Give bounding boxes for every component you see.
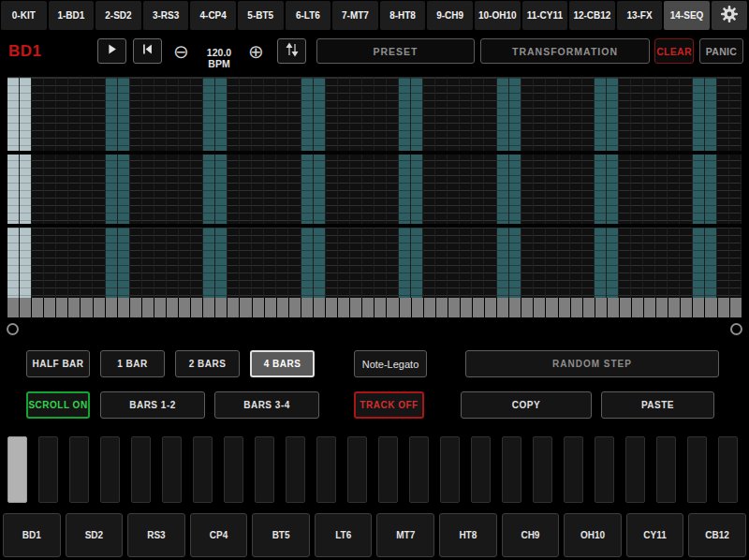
tab-2-sd2[interactable]: 2-SD2 — [95, 1, 141, 30]
pad-ht8[interactable]: HT8 — [439, 513, 497, 557]
grid-column-29[interactable] — [350, 78, 362, 298]
velocity-cell-15[interactable] — [179, 298, 190, 317]
track-off-button[interactable]: TRACK OFF — [354, 391, 424, 419]
step-fader-15[interactable] — [440, 436, 460, 503]
step-fader-3[interactable] — [69, 436, 89, 503]
velocity-cell-11[interactable] — [130, 298, 141, 317]
velocity-cell-25[interactable] — [301, 298, 313, 317]
velocity-cell-9[interactable] — [106, 298, 117, 317]
panic-button[interactable]: PANIC — [699, 38, 743, 64]
grid-column-2[interactable] — [20, 78, 32, 298]
grid-column-54[interactable] — [655, 78, 668, 298]
velocity-cell-7[interactable] — [81, 298, 92, 317]
grid-column-36[interactable] — [435, 78, 448, 298]
velocity-cell-54[interactable] — [656, 298, 668, 317]
grid-column-6[interactable] — [68, 78, 81, 298]
pad-cp4[interactable]: CP4 — [190, 513, 248, 557]
tab-12-cb12[interactable]: 12-CB12 — [569, 1, 615, 30]
transformation-button[interactable]: TRANSFORMATION — [480, 38, 650, 64]
grid-column-18[interactable] — [215, 78, 228, 298]
velocity-cell-20[interactable] — [240, 298, 251, 317]
step-fader-21[interactable] — [625, 436, 645, 503]
grid-column-47[interactable] — [570, 78, 582, 298]
grid-column-22[interactable] — [264, 78, 276, 298]
copy-button[interactable]: COPY — [461, 391, 592, 419]
velocity-cell-17[interactable] — [203, 298, 214, 317]
step-fader-17[interactable] — [502, 436, 521, 503]
velocity-cell-59[interactable] — [718, 298, 729, 317]
step-fader-2[interactable] — [38, 436, 58, 503]
grid-column-43[interactable] — [521, 78, 534, 298]
velocity-cell-8[interactable] — [94, 298, 105, 317]
velocity-cell-10[interactable] — [118, 298, 129, 317]
pad-cb12[interactable]: CB12 — [688, 513, 746, 557]
grid-column-5[interactable] — [56, 78, 68, 298]
grid-column-23[interactable] — [276, 78, 288, 298]
pad-lt6[interactable]: LT6 — [315, 513, 373, 557]
velocity-cell-46[interactable] — [559, 298, 570, 317]
note-legato-button[interactable]: Note-Legato — [354, 350, 427, 377]
step-fader-23[interactable] — [687, 436, 707, 503]
grid-column-45[interactable] — [546, 78, 558, 298]
grid-column-11[interactable] — [130, 78, 142, 298]
velocity-cell-49[interactable] — [595, 298, 607, 317]
pad-oh10[interactable]: OH10 — [564, 513, 622, 557]
velocity-cell-26[interactable] — [314, 298, 325, 317]
tab-8-ht8[interactable]: 8-HT8 — [380, 1, 426, 30]
grid-column-51[interactable] — [619, 78, 631, 298]
velocity-cell-32[interactable] — [387, 298, 398, 317]
step-fader-20[interactable] — [595, 436, 614, 503]
step-fader-24[interactable] — [718, 436, 738, 503]
grid-column-9[interactable] — [106, 78, 118, 298]
velocity-cell-23[interactable] — [277, 298, 288, 317]
paste-button[interactable]: PASTE — [601, 391, 714, 419]
pad-bt5[interactable]: BT5 — [252, 513, 310, 557]
grid-column-52[interactable] — [631, 78, 643, 298]
step-fader-13[interactable] — [378, 436, 398, 503]
four-bars-button[interactable]: 4 BARS — [250, 350, 315, 377]
velocity-cell-27[interactable] — [326, 298, 337, 317]
pad-rs3[interactable]: RS3 — [127, 513, 185, 557]
velocity-cell-41[interactable] — [497, 298, 508, 317]
velocity-cell-14[interactable] — [167, 298, 178, 317]
velocity-cell-36[interactable] — [436, 298, 448, 317]
grid-column-12[interactable] — [142, 78, 154, 298]
step-fader-4[interactable] — [100, 436, 120, 503]
tab-14-seq[interactable]: 14-SEQ — [664, 1, 710, 30]
half-bar-button[interactable]: HALF BAR — [26, 350, 90, 377]
tab-1-bd1[interactable]: 1-BD1 — [49, 1, 95, 30]
velocity-cell-37[interactable] — [448, 298, 460, 317]
grid-column-28[interactable] — [338, 78, 350, 298]
velocity-strip[interactable] — [7, 298, 742, 317]
velocity-cell-16[interactable] — [191, 298, 202, 317]
velocity-cell-22[interactable] — [265, 298, 276, 317]
step-fader-8[interactable] — [224, 436, 243, 503]
grid-column-46[interactable] — [558, 78, 570, 298]
tab-0-kit[interactable]: 0-KIT — [1, 1, 47, 30]
tab-4-cp4[interactable]: 4-CP4 — [190, 1, 236, 30]
skip-back-button[interactable] — [133, 38, 162, 64]
step-fader-12[interactable] — [347, 436, 367, 503]
step-fader-9[interactable] — [255, 436, 274, 503]
scroll-on-button[interactable]: SCROLL ON — [26, 391, 90, 419]
tab-7-mt7[interactable]: 7-MT7 — [332, 1, 378, 30]
step-fader-6[interactable] — [162, 436, 182, 503]
grid-column-59[interactable] — [717, 78, 729, 298]
preset-button[interactable]: PRESET — [316, 38, 475, 64]
velocity-cell-12[interactable] — [142, 298, 154, 317]
pad-mt7[interactable]: MT7 — [376, 513, 434, 557]
velocity-cell-45[interactable] — [546, 298, 557, 317]
grid-column-8[interactable] — [93, 78, 105, 298]
velocity-cell-58[interactable] — [705, 298, 716, 317]
play-button[interactable] — [97, 38, 126, 64]
pad-cy11[interactable]: CY11 — [626, 513, 684, 557]
grid-column-19[interactable] — [228, 78, 240, 298]
grid-column-40[interactable] — [484, 78, 496, 298]
velocity-cell-34[interactable] — [412, 298, 423, 317]
velocity-cell-24[interactable] — [289, 298, 301, 317]
velocity-cell-44[interactable] — [534, 298, 545, 317]
tab-10-oh10[interactable]: 10-OH10 — [475, 1, 521, 30]
grid-column-34[interactable] — [411, 78, 423, 298]
grid-column-10[interactable] — [118, 78, 130, 298]
tab-5-bt5[interactable]: 5-BT5 — [238, 1, 284, 30]
